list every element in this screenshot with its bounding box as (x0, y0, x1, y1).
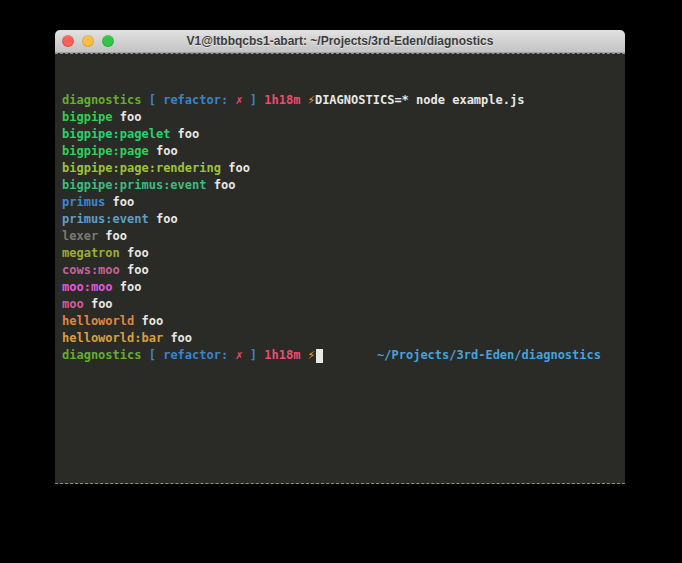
terminal-segment: foo (113, 279, 142, 296)
terminal-window: V1@ltbbqcbs1-abart: ~/Projects/3rd-Eden/… (55, 30, 625, 484)
terminal-segment: [ refactor: (141, 347, 235, 364)
close-button[interactable] (62, 35, 74, 47)
terminal-line: megatron foo (62, 245, 625, 262)
terminal-segment: foo (149, 143, 178, 160)
prompt-current-path: ~/Projects/3rd-Eden/diagnostics (377, 347, 601, 364)
terminal-segment: foo (149, 211, 178, 228)
terminal-segment: primus:event (62, 211, 149, 228)
terminal-segment: foo (98, 228, 127, 245)
terminal-segment: foo (170, 126, 199, 143)
terminal-line: moo:moo foo (62, 279, 625, 296)
terminal-line: primus:event foo (62, 211, 625, 228)
terminal-segment: foo (120, 245, 149, 262)
terminal-segment (300, 347, 307, 364)
terminal-segment: bigpipe:primus:event (62, 177, 207, 194)
terminal-segment: moo (62, 296, 84, 313)
terminal-segment: ] (243, 347, 265, 364)
terminal-cursor (316, 349, 323, 363)
window-controls (62, 35, 114, 47)
terminal-line: bigpipe foo (62, 109, 625, 126)
terminal-line: diagnostics [ refactor: ✗ ] 1h18m ⚡DIAGN… (62, 92, 625, 109)
terminal-line: diagnostics [ refactor: ✗ ] 1h18m ⚡~/Pro… (62, 347, 625, 364)
terminal-segment: primus (62, 194, 105, 211)
terminal-segment: ✗ (235, 92, 242, 109)
terminal-output: diagnostics [ refactor: ✗ ] 1h18m ⚡DIAGN… (62, 92, 625, 364)
terminal-segment: diagnostics (62, 92, 141, 109)
terminal-segment: cows:moo (62, 262, 120, 279)
terminal-segment: foo (221, 160, 250, 177)
window-title: V1@ltbbqcbs1-abart: ~/Projects/3rd-Eden/… (55, 34, 625, 48)
zoom-button[interactable] (102, 35, 114, 47)
terminal-segment: bigpipe:pagelet (62, 126, 170, 143)
terminal-segment: foo (163, 330, 192, 347)
terminal-segment: diagnostics (62, 347, 141, 364)
terminal-segment: foo (120, 262, 149, 279)
terminal-segment: helloworld:bar (62, 330, 163, 347)
terminal-segment: bigpipe:page (62, 143, 149, 160)
terminal-line: helloworld:bar foo (62, 330, 625, 347)
terminal-line: moo foo (62, 296, 625, 313)
terminal-segment: foo (84, 296, 113, 313)
terminal-segment: megatron (62, 245, 120, 262)
terminal-line: bigpipe:pagelet foo (62, 126, 625, 143)
terminal-segment: moo:moo (62, 279, 113, 296)
terminal-segment: 1h18m (264, 92, 300, 109)
terminal-segment: bigpipe:page:rendering (62, 160, 221, 177)
terminal-line: bigpipe:primus:event foo (62, 177, 625, 194)
terminal-segment: foo (207, 177, 236, 194)
terminal-line: lexer foo (62, 228, 625, 245)
terminal-segment: DIAGNOSTICS=* node example.js (315, 92, 525, 109)
terminal-segment: ⚡ (308, 347, 315, 364)
terminal-line: helloworld foo (62, 313, 625, 330)
terminal-segment (300, 92, 307, 109)
desktop-background: V1@ltbbqcbs1-abart: ~/Projects/3rd-Eden/… (0, 0, 682, 563)
terminal-segment: foo (134, 313, 163, 330)
terminal-line: bigpipe:page foo (62, 143, 625, 160)
terminal-segment: lexer (62, 228, 98, 245)
window-titlebar[interactable]: V1@ltbbqcbs1-abart: ~/Projects/3rd-Eden/… (55, 30, 625, 53)
terminal-line: bigpipe:page:rendering foo (62, 160, 625, 177)
minimize-button[interactable] (82, 35, 94, 47)
terminal-screen[interactable]: diagnostics [ refactor: ✗ ] 1h18m ⚡DIAGN… (55, 53, 625, 484)
terminal-line: primus foo (62, 194, 625, 211)
terminal-line: cows:moo foo (62, 262, 625, 279)
terminal-segment: [ refactor: (141, 92, 235, 109)
terminal-segment: 1h18m (264, 347, 300, 364)
terminal-segment: foo (113, 109, 142, 126)
terminal-segment: bigpipe (62, 109, 113, 126)
terminal-segment: ⚡ (308, 92, 315, 109)
terminal-segment: ✗ (235, 347, 242, 364)
terminal-segment: ] (243, 92, 265, 109)
terminal-segment: helloworld (62, 313, 134, 330)
terminal-segment: foo (105, 194, 134, 211)
